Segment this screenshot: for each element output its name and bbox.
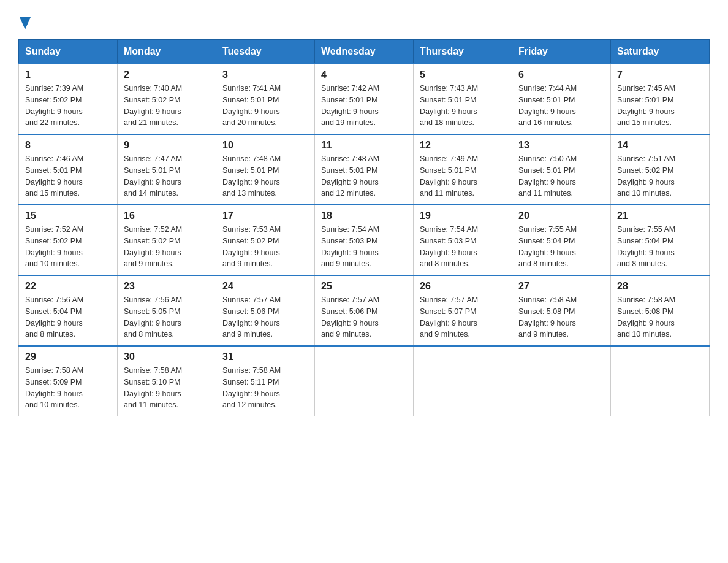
day-info: Sunrise: 7:57 AM Sunset: 5:06 PM Dayligh…	[222, 294, 308, 340]
day-number: 1	[25, 69, 111, 80]
calendar-header: Sunday Monday Tuesday Wednesday Thursday…	[19, 40, 710, 64]
day-number: 18	[321, 210, 407, 221]
day-info: Sunrise: 7:58 AM Sunset: 5:11 PM Dayligh…	[222, 365, 308, 411]
day-number: 9	[124, 140, 210, 151]
day-info: Sunrise: 7:58 AM Sunset: 5:08 PM Dayligh…	[617, 294, 703, 340]
day-info: Sunrise: 7:52 AM Sunset: 5:02 PM Dayligh…	[25, 224, 111, 270]
day-number: 8	[25, 140, 111, 151]
calendar-cell: 21 Sunrise: 7:55 AM Sunset: 5:04 PM Dayl…	[611, 205, 710, 275]
day-number: 13	[518, 140, 604, 151]
day-number: 29	[25, 351, 111, 362]
day-info: Sunrise: 7:58 AM Sunset: 5:08 PM Dayligh…	[518, 294, 604, 340]
calendar-cell: 27 Sunrise: 7:58 AM Sunset: 5:08 PM Dayl…	[512, 275, 611, 346]
calendar-cell: 11 Sunrise: 7:48 AM Sunset: 5:01 PM Dayl…	[315, 134, 414, 205]
calendar-cell	[611, 346, 710, 416]
day-info: Sunrise: 7:56 AM Sunset: 5:04 PM Dayligh…	[25, 294, 111, 340]
day-number: 11	[321, 140, 407, 151]
page-header	[18, 12, 710, 28]
day-number: 23	[124, 281, 210, 292]
day-number: 5	[420, 69, 506, 80]
day-info: Sunrise: 7:40 AM Sunset: 5:02 PM Dayligh…	[124, 83, 210, 129]
day-info: Sunrise: 7:43 AM Sunset: 5:01 PM Dayligh…	[420, 83, 506, 129]
weekday-monday: Monday	[118, 40, 216, 64]
day-number: 25	[321, 281, 407, 292]
day-number: 15	[25, 210, 111, 221]
calendar-week-2: 8 Sunrise: 7:46 AM Sunset: 5:01 PM Dayli…	[19, 134, 710, 205]
calendar-cell	[512, 346, 611, 416]
day-number: 4	[321, 69, 407, 80]
calendar-week-1: 1 Sunrise: 7:39 AM Sunset: 5:02 PM Dayli…	[19, 64, 710, 134]
calendar-cell: 16 Sunrise: 7:52 AM Sunset: 5:02 PM Dayl…	[118, 205, 216, 275]
day-info: Sunrise: 7:57 AM Sunset: 5:07 PM Dayligh…	[420, 294, 506, 340]
day-info: Sunrise: 7:50 AM Sunset: 5:01 PM Dayligh…	[518, 153, 604, 199]
calendar-cell: 8 Sunrise: 7:46 AM Sunset: 5:01 PM Dayli…	[19, 134, 118, 205]
calendar-cell: 1 Sunrise: 7:39 AM Sunset: 5:02 PM Dayli…	[19, 64, 118, 134]
calendar-cell: 29 Sunrise: 7:58 AM Sunset: 5:09 PM Dayl…	[19, 346, 118, 416]
calendar-table: Sunday Monday Tuesday Wednesday Thursday…	[18, 39, 710, 416]
day-number: 21	[617, 210, 703, 221]
calendar-cell: 10 Sunrise: 7:48 AM Sunset: 5:01 PM Dayl…	[216, 134, 315, 205]
calendar-cell: 24 Sunrise: 7:57 AM Sunset: 5:06 PM Dayl…	[216, 275, 315, 346]
calendar-cell: 18 Sunrise: 7:54 AM Sunset: 5:03 PM Dayl…	[315, 205, 414, 275]
calendar-cell: 9 Sunrise: 7:47 AM Sunset: 5:01 PM Dayli…	[118, 134, 216, 205]
day-info: Sunrise: 7:49 AM Sunset: 5:01 PM Dayligh…	[420, 153, 506, 199]
calendar-cell: 12 Sunrise: 7:49 AM Sunset: 5:01 PM Dayl…	[414, 134, 512, 205]
calendar-cell: 19 Sunrise: 7:54 AM Sunset: 5:03 PM Dayl…	[414, 205, 512, 275]
weekday-friday: Friday	[512, 40, 611, 64]
day-info: Sunrise: 7:47 AM Sunset: 5:01 PM Dayligh…	[124, 153, 210, 199]
day-info: Sunrise: 7:57 AM Sunset: 5:06 PM Dayligh…	[321, 294, 407, 340]
calendar-cell: 20 Sunrise: 7:55 AM Sunset: 5:04 PM Dayl…	[512, 205, 611, 275]
day-number: 24	[222, 281, 308, 292]
calendar-cell	[414, 346, 512, 416]
calendar-cell: 6 Sunrise: 7:44 AM Sunset: 5:01 PM Dayli…	[512, 64, 611, 134]
day-info: Sunrise: 7:54 AM Sunset: 5:03 PM Dayligh…	[420, 224, 506, 270]
calendar-cell: 22 Sunrise: 7:56 AM Sunset: 5:04 PM Dayl…	[19, 275, 118, 346]
calendar-cell: 15 Sunrise: 7:52 AM Sunset: 5:02 PM Dayl…	[19, 205, 118, 275]
day-info: Sunrise: 7:55 AM Sunset: 5:04 PM Dayligh…	[617, 224, 703, 270]
calendar-week-5: 29 Sunrise: 7:58 AM Sunset: 5:09 PM Dayl…	[19, 346, 710, 416]
day-info: Sunrise: 7:55 AM Sunset: 5:04 PM Dayligh…	[518, 224, 604, 270]
calendar-cell: 4 Sunrise: 7:42 AM Sunset: 5:01 PM Dayli…	[315, 64, 414, 134]
day-number: 6	[518, 69, 604, 80]
day-info: Sunrise: 7:58 AM Sunset: 5:10 PM Dayligh…	[124, 365, 210, 411]
day-number: 26	[420, 281, 506, 292]
logo-triangle-icon	[20, 17, 31, 29]
calendar-cell: 7 Sunrise: 7:45 AM Sunset: 5:01 PM Dayli…	[611, 64, 710, 134]
calendar-cell: 2 Sunrise: 7:40 AM Sunset: 5:02 PM Dayli…	[118, 64, 216, 134]
day-info: Sunrise: 7:44 AM Sunset: 5:01 PM Dayligh…	[518, 83, 604, 129]
day-info: Sunrise: 7:51 AM Sunset: 5:02 PM Dayligh…	[617, 153, 703, 199]
calendar-cell: 17 Sunrise: 7:53 AM Sunset: 5:02 PM Dayl…	[216, 205, 315, 275]
day-number: 27	[518, 281, 604, 292]
calendar-cell: 3 Sunrise: 7:41 AM Sunset: 5:01 PM Dayli…	[216, 64, 315, 134]
day-info: Sunrise: 7:53 AM Sunset: 5:02 PM Dayligh…	[222, 224, 308, 270]
calendar-week-3: 15 Sunrise: 7:52 AM Sunset: 5:02 PM Dayl…	[19, 205, 710, 275]
day-number: 10	[222, 140, 308, 151]
day-number: 19	[420, 210, 506, 221]
day-number: 3	[222, 69, 308, 80]
calendar-cell	[315, 346, 414, 416]
day-number: 12	[420, 140, 506, 151]
svg-marker-0	[20, 17, 31, 29]
calendar-cell: 25 Sunrise: 7:57 AM Sunset: 5:06 PM Dayl…	[315, 275, 414, 346]
day-number: 30	[124, 351, 210, 362]
calendar-cell: 26 Sunrise: 7:57 AM Sunset: 5:07 PM Dayl…	[414, 275, 512, 346]
day-number: 17	[222, 210, 308, 221]
weekday-wednesday: Wednesday	[315, 40, 414, 64]
day-info: Sunrise: 7:48 AM Sunset: 5:01 PM Dayligh…	[321, 153, 407, 199]
calendar-week-4: 22 Sunrise: 7:56 AM Sunset: 5:04 PM Dayl…	[19, 275, 710, 346]
day-info: Sunrise: 7:42 AM Sunset: 5:01 PM Dayligh…	[321, 83, 407, 129]
day-info: Sunrise: 7:46 AM Sunset: 5:01 PM Dayligh…	[25, 153, 111, 199]
day-info: Sunrise: 7:56 AM Sunset: 5:05 PM Dayligh…	[124, 294, 210, 340]
day-info: Sunrise: 7:54 AM Sunset: 5:03 PM Dayligh…	[321, 224, 407, 270]
day-number: 7	[617, 69, 703, 80]
logo	[18, 17, 31, 28]
weekday-sunday: Sunday	[19, 40, 118, 64]
day-number: 20	[518, 210, 604, 221]
weekday-saturday: Saturday	[611, 40, 710, 64]
day-info: Sunrise: 7:39 AM Sunset: 5:02 PM Dayligh…	[25, 83, 111, 129]
day-number: 16	[124, 210, 210, 221]
calendar-cell: 14 Sunrise: 7:51 AM Sunset: 5:02 PM Dayl…	[611, 134, 710, 205]
day-number: 28	[617, 281, 703, 292]
day-number: 22	[25, 281, 111, 292]
calendar-cell: 23 Sunrise: 7:56 AM Sunset: 5:05 PM Dayl…	[118, 275, 216, 346]
